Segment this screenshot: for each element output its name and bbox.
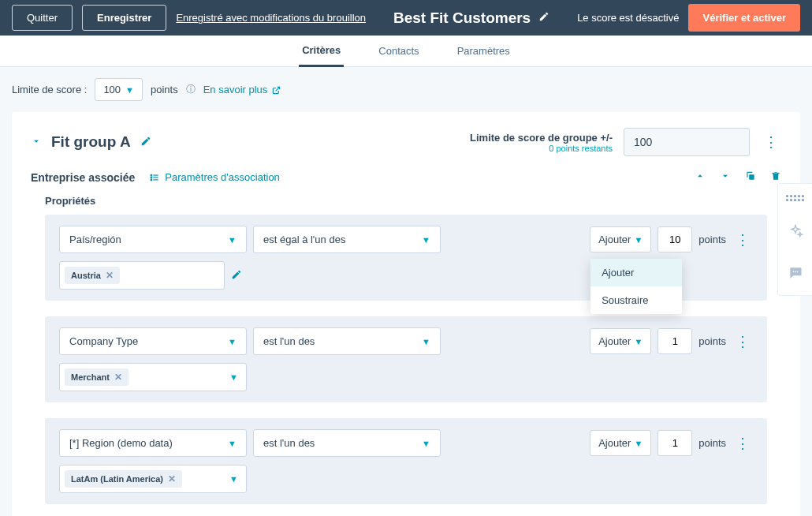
- caret-down-icon: ▼: [422, 235, 430, 245]
- edit-group-icon[interactable]: [140, 136, 151, 149]
- delete-icon[interactable]: [770, 170, 781, 184]
- property-value: [*] Region (demo data): [69, 437, 173, 449]
- action-select[interactable]: Ajouter▼: [590, 430, 651, 456]
- remove-tag-icon[interactable]: ✕: [168, 473, 176, 484]
- draft-status-link[interactable]: Enregistré avec modifications du brouill…: [176, 12, 366, 24]
- learn-more-link[interactable]: En savoir plus: [203, 84, 281, 95]
- drag-grid-icon[interactable]: [786, 195, 804, 201]
- rule-more-icon[interactable]: ⋮: [732, 231, 753, 249]
- remove-tag-icon[interactable]: ✕: [106, 270, 114, 281]
- dropdown-item-subtract[interactable]: Soustraire: [590, 286, 682, 314]
- action-value: Ajouter: [598, 335, 631, 347]
- ai-sparkle-icon[interactable]: [788, 223, 803, 243]
- svg-point-3: [151, 177, 152, 178]
- svg-point-10: [796, 271, 798, 273]
- rule-block: [*] Region (demo data)▼est l'un des▼Ajou…: [45, 418, 767, 504]
- action-dropdown: AjouterSoustraire: [590, 259, 682, 314]
- property-value: Company Type: [69, 335, 138, 347]
- assoc-actions: [695, 170, 781, 184]
- tag-text: LatAm (Latin America): [71, 474, 163, 484]
- score-limit-select[interactable]: 100 ▼: [95, 78, 143, 101]
- caret-down-icon: ▼: [422, 439, 430, 448]
- score-limit-points: points: [151, 84, 178, 95]
- caret-down-icon: ▼: [634, 439, 643, 448]
- action-select[interactable]: Ajouter▼AjouterSoustraire: [590, 226, 651, 252]
- tag-chip: LatAm (Latin America)✕: [65, 470, 182, 488]
- learn-more-text: En savoir plus: [203, 84, 268, 95]
- points-input[interactable]: [657, 328, 692, 354]
- tab-criteria[interactable]: Critères: [299, 36, 344, 67]
- tag-input[interactable]: LatAm (Latin America)✕▼: [59, 465, 247, 493]
- remove-tag-icon[interactable]: ✕: [114, 372, 122, 383]
- group-limit-remaining: 0 points restants: [470, 144, 613, 153]
- assoc-row: Entreprise associée Paramètres d'associa…: [31, 170, 781, 184]
- props-label: Propriétés: [45, 195, 781, 207]
- caret-down-icon: ▼: [229, 372, 238, 382]
- save-button[interactable]: Enregistrer: [82, 5, 166, 31]
- points-input[interactable]: [657, 226, 692, 252]
- operator-value: est l'un des: [263, 437, 315, 449]
- info-icon[interactable]: ⓘ: [186, 83, 196, 96]
- operator-value: est l'un des: [263, 335, 315, 347]
- tag-input[interactable]: Austria✕: [59, 261, 225, 290]
- caret-down-icon: ▼: [228, 337, 237, 346]
- copy-icon[interactable]: [745, 170, 756, 184]
- caret-down-icon: ▼: [228, 235, 237, 245]
- assoc-params-text: Paramètres d'association: [165, 171, 280, 183]
- quit-button[interactable]: Quitter: [12, 5, 73, 31]
- tabs: Critères Contacts Paramètres: [0, 36, 812, 67]
- score-limit-value: 100: [103, 84, 121, 95]
- operator-select[interactable]: est l'un des▼: [253, 429, 441, 457]
- page-title: Best Fit Customers: [393, 9, 531, 27]
- property-select[interactable]: Company Type▼: [59, 327, 247, 355]
- collapse-group-icon[interactable]: [31, 136, 42, 149]
- caret-down-icon: ▼: [229, 474, 238, 484]
- action-value: Ajouter: [598, 437, 631, 449]
- caret-down-icon: ▼: [422, 337, 430, 346]
- score-limit-row: Limite de score : 100 ▼ points ⓘ En savo…: [0, 67, 812, 112]
- rule-more-icon[interactable]: ⋮: [732, 333, 753, 350]
- score-limit-label: Limite de score :: [12, 84, 87, 95]
- side-rail: [777, 183, 812, 296]
- edit-title-icon[interactable]: [538, 11, 549, 25]
- edit-tags-icon[interactable]: [231, 269, 242, 282]
- tab-contacts[interactable]: Contacts: [375, 36, 422, 65]
- group-limit-input[interactable]: [624, 128, 750, 156]
- caret-down-icon: ▼: [125, 85, 134, 95]
- rule-more-icon[interactable]: ⋮: [732, 435, 753, 452]
- group-title: Fit group A: [51, 133, 131, 151]
- operator-select[interactable]: est égal à l'un des▼: [253, 226, 441, 253]
- action-select[interactable]: Ajouter▼: [590, 328, 651, 354]
- points-input[interactable]: [657, 430, 692, 456]
- group-header: Fit group A Limite de score de groupe +/…: [31, 128, 781, 156]
- group-limit-label: Limite de score de groupe +/-: [470, 132, 613, 144]
- group-more-icon[interactable]: ⋮: [761, 133, 781, 151]
- operator-select[interactable]: est l'un des▼: [253, 327, 441, 355]
- svg-line-0: [276, 87, 280, 91]
- rule-points: Ajouter▼points⋮: [590, 328, 753, 354]
- rule-block: Company Type▼est l'un des▼Ajouter▼points…: [45, 316, 767, 402]
- svg-rect-7: [749, 174, 754, 179]
- points-label: points: [698, 234, 726, 245]
- action-value: Ajouter: [598, 234, 631, 245]
- rule-block: País/región▼est égal à l'un des▼Ajouter▼…: [45, 215, 767, 301]
- property-select[interactable]: [*] Region (demo data)▼: [59, 429, 247, 457]
- property-select[interactable]: País/región▼: [59, 226, 247, 253]
- svg-point-5: [151, 179, 152, 181]
- tag-text: Austria: [71, 271, 101, 280]
- svg-point-9: [795, 271, 796, 273]
- chat-icon[interactable]: [788, 265, 803, 284]
- collapse-up-icon[interactable]: [695, 170, 706, 184]
- topbar: Quitter Enregistrer Enregistré avec modi…: [0, 0, 812, 36]
- expand-down-icon[interactable]: [720, 170, 731, 184]
- operator-value: est égal à l'un des: [263, 234, 345, 245]
- verify-activate-button[interactable]: Vérifier et activer: [688, 4, 800, 32]
- assoc-params-link[interactable]: Paramètres d'association: [149, 171, 280, 183]
- tag-chip: Austria✕: [65, 267, 120, 284]
- tag-input[interactable]: Merchant✕▼: [59, 363, 247, 391]
- tab-params[interactable]: Paramètres: [454, 36, 513, 65]
- svg-point-1: [151, 174, 152, 176]
- dropdown-item-add[interactable]: Ajouter: [590, 259, 682, 286]
- score-status: Le score est désactivé: [577, 12, 679, 24]
- property-value: País/región: [69, 234, 121, 245]
